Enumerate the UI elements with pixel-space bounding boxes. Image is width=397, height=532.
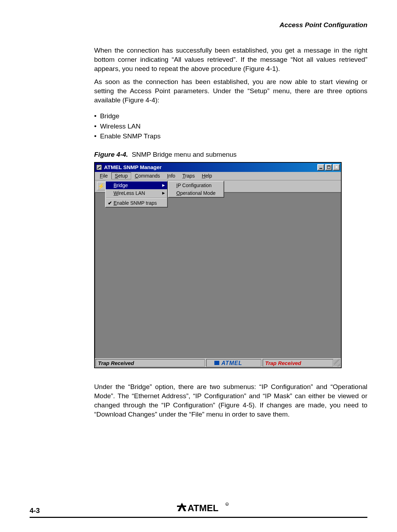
snmp-manager-window: ATMEL SNMP Manager ✕ File Setup Commands… (94, 162, 342, 368)
status-right: Trap Received (263, 359, 333, 367)
menu-setup[interactable]: Setup (111, 172, 132, 179)
footer-logo: ATMEL R (177, 501, 230, 515)
figure-caption-text: SNMP Bridge menu and submenus (132, 151, 237, 158)
svg-text:ATMEL: ATMEL (188, 503, 219, 513)
toolbar-connect-button[interactable]: ⚡ (97, 182, 105, 190)
svg-rect-2 (177, 506, 186, 507)
resize-grip[interactable] (334, 359, 340, 367)
submenu-arrow-icon: ▶ (162, 191, 165, 195)
maximize-button[interactable] (325, 164, 332, 171)
close-icon: ✕ (335, 165, 338, 169)
svg-rect-0 (214, 361, 219, 365)
menu-item-operational-mode[interactable]: Operational Mode (169, 189, 224, 197)
menu-item-wireless-lan[interactable]: WireLess LAN ▶ (106, 189, 167, 197)
maximize-icon (327, 166, 330, 169)
menu-item-ip-configuration[interactable]: IP Configuration (169, 181, 224, 189)
checkmark-icon: ✔ (108, 200, 112, 206)
bullet-item: Bridge (94, 111, 367, 121)
window-title: ATMEL SNMP Manager (104, 164, 317, 170)
bullet-item: Enable SNMP Traps (94, 131, 367, 142)
paragraph-2: As soon as the connection has been estab… (94, 77, 367, 105)
svg-text:R: R (226, 503, 228, 506)
bridge-submenu: IP Configuration Operational Mode (168, 181, 224, 198)
menu-help[interactable]: Help (198, 172, 215, 179)
paragraph-1: When the connection has successfully bee… (94, 46, 367, 74)
status-logo: ATMEL (206, 359, 261, 367)
page-footer: 4-3 ATMEL R (30, 501, 367, 518)
menu-bar: File Setup Commands Info Traps Help (95, 172, 341, 180)
minimize-icon (319, 168, 322, 169)
lightning-icon: ⚡ (98, 183, 105, 190)
title-bar[interactable]: ATMEL SNMP Manager ✕ (95, 163, 341, 172)
bullet-item: Wireless LAN (94, 121, 367, 132)
setup-dropdown: Bridge ▶ WireLess LAN ▶ ✔ Enable SNMP tr… (105, 181, 168, 208)
client-area: Bridge ▶ WireLess LAN ▶ ✔ Enable SNMP tr… (95, 192, 341, 358)
svg-text:ATMEL: ATMEL (221, 360, 242, 366)
app-icon (96, 165, 102, 170)
paragraph-3: Under the “Bridge” option, there are two… (94, 382, 367, 419)
status-bar: Trap Received ATMEL Trap Received (95, 358, 341, 367)
minimize-button[interactable] (317, 164, 324, 171)
menu-traps[interactable]: Traps (179, 172, 198, 179)
menu-file[interactable]: File (96, 172, 111, 179)
atmel-logo-icon: ATMEL R (177, 501, 230, 513)
page-number: 4-3 (30, 507, 40, 515)
bullet-list: Bridge Wireless LAN Enable SNMP Traps (94, 111, 367, 142)
close-button[interactable]: ✕ (333, 164, 340, 171)
menu-commands[interactable]: Commands (131, 172, 164, 179)
status-left: Trap Received (96, 359, 205, 367)
figure-caption: Figure 4-4. SNMP Bridge menu and submenu… (94, 151, 367, 159)
menu-separator (106, 198, 167, 198)
section-header: Access Point Configuration (30, 21, 367, 29)
figure-label: Figure 4-4. (94, 151, 128, 158)
menu-item-enable-snmp-traps[interactable]: ✔ Enable SNMP traps (106, 199, 167, 207)
atmel-logo-icon: ATMEL (214, 360, 253, 366)
submenu-arrow-icon: ▶ (162, 183, 165, 187)
menu-info[interactable]: Info (164, 172, 179, 179)
menu-item-bridge[interactable]: Bridge ▶ (106, 181, 167, 189)
